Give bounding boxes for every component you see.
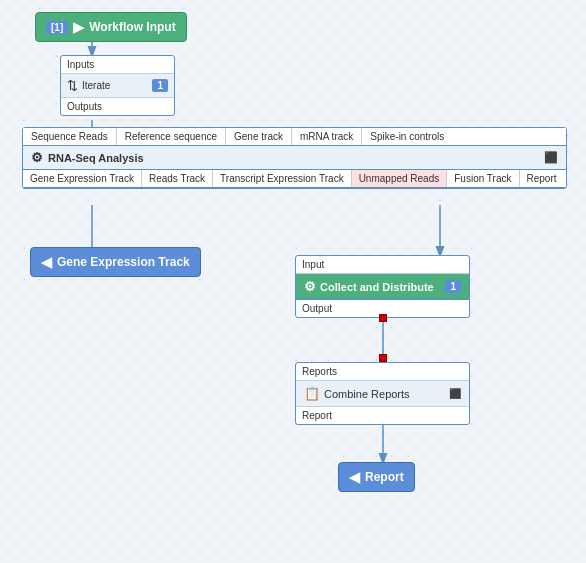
collect-input-label: Input [296, 256, 469, 274]
rnaseq-icon: ⚙ [31, 150, 43, 165]
workflow-input-box[interactable]: [1] ▶ Workflow Input [35, 12, 187, 42]
connector-dot-top [379, 314, 387, 322]
gene-expression-output-node[interactable]: ◀ Gene Expression Track [30, 247, 201, 277]
tab-spike-in[interactable]: Spike-in controls [362, 128, 452, 145]
combine-reports-box: Reports 📋 Combine Reports ⬛ Report [295, 362, 470, 425]
iterate-badge: 1 [152, 79, 168, 92]
gene-expression-output-box[interactable]: ◀ Gene Expression Track [30, 247, 201, 277]
combine-reports-label: Reports [296, 363, 469, 381]
gene-expression-icon: ◀ [41, 254, 52, 270]
connector-dot-bottom [379, 354, 387, 362]
tab-sequence-reads[interactable]: Sequence Reads [23, 128, 117, 145]
gene-expression-label: Gene Expression Track [57, 255, 190, 269]
rnaseq-top-tabs: Sequence Reads Reference sequence Gene t… [23, 128, 566, 146]
tab-reference-sequence[interactable]: Reference sequence [117, 128, 226, 145]
report-output-box[interactable]: ◀ Report [338, 462, 415, 492]
iterate-inputs-label: Inputs [61, 56, 174, 74]
tab-reads-track[interactable]: Reads Track [142, 170, 213, 187]
workflow-input-label: Workflow Input [89, 20, 175, 34]
combine-body[interactable]: 📋 Combine Reports ⬛ [296, 381, 469, 407]
iterate-body[interactable]: ⇅ Iterate 1 [61, 74, 174, 98]
report-label: Report [365, 470, 404, 484]
tab-report[interactable]: Report [520, 170, 564, 187]
rnaseq-corner-icon[interactable]: ⬛ [544, 151, 558, 164]
iterate-icon: ⇅ [67, 78, 78, 93]
tab-unmapped-reads[interactable]: Unmapped Reads [352, 170, 448, 187]
iterate-label: Iterate [82, 80, 110, 91]
combine-corner-icon[interactable]: ⬛ [449, 388, 461, 399]
report-icon: ◀ [349, 469, 360, 485]
workflow-badge: [1] [46, 21, 68, 34]
tab-gene-expression-track[interactable]: Gene Expression Track [23, 170, 142, 187]
tab-transcript-expression[interactable]: Transcript Expression Track [213, 170, 352, 187]
combine-title: Combine Reports [324, 388, 410, 400]
rnaseq-bottom-tabs: Gene Expression Track Reads Track Transc… [23, 170, 566, 188]
collect-body[interactable]: ⚙ Collect and Distribute 1 [296, 274, 469, 300]
tab-fusion-track[interactable]: Fusion Track [447, 170, 519, 187]
rnaseq-header: ⚙ RNA-Seq Analysis ⬛ [23, 146, 566, 170]
tab-mrna-track[interactable]: mRNA track [292, 128, 362, 145]
workflow-input-node: [1] ▶ Workflow Input [35, 12, 187, 42]
rnaseq-analysis-box: Sequence Reads Reference sequence Gene t… [22, 127, 567, 189]
iterate-box: Inputs ⇅ Iterate 1 Outputs [60, 55, 175, 116]
collect-title: Collect and Distribute [320, 281, 434, 293]
rnaseq-title: RNA-Seq Analysis [48, 152, 144, 164]
workflow-icon: ▶ [73, 19, 84, 35]
report-output-node[interactable]: ◀ Report [338, 462, 415, 492]
iterate-outputs-label: Outputs [61, 98, 174, 115]
collect-badge: 1 [445, 280, 461, 293]
tab-gene-track[interactable]: Gene track [226, 128, 292, 145]
combine-report-label: Report [296, 407, 469, 424]
collect-icon: ⚙ [304, 279, 316, 294]
combine-icon: 📋 [304, 386, 320, 401]
collect-distribute-box: Input ⚙ Collect and Distribute 1 Output [295, 255, 470, 318]
